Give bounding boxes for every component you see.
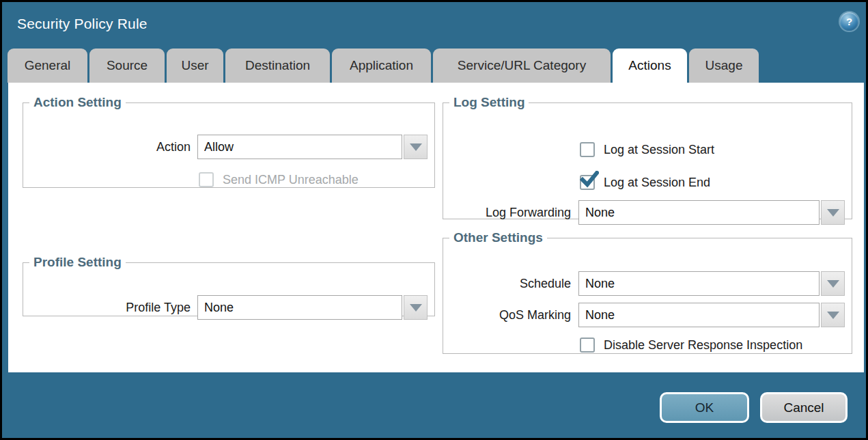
- profile-type-combobox: [197, 295, 428, 320]
- chevron-down-icon: [827, 209, 839, 217]
- chevron-down-icon: [410, 143, 422, 151]
- tab-application[interactable]: Application: [332, 49, 431, 83]
- titlebar: Security Policy Rule ?: [2, 2, 866, 44]
- schedule-label: Schedule: [443, 271, 571, 296]
- action-label: Action: [23, 135, 191, 159]
- tab-general[interactable]: General: [8, 49, 87, 83]
- dsri-row: Disable Server Response Inspection: [580, 337, 802, 353]
- profile-type-input[interactable]: [197, 295, 402, 320]
- chevron-down-icon: [410, 304, 422, 312]
- tab-label: Destination: [245, 58, 310, 73]
- dialog-title: Security Policy Rule: [17, 16, 148, 32]
- log-session-start-label: Log at Session Start: [604, 143, 714, 157]
- qos-marking-dropdown-button[interactable]: [821, 303, 845, 327]
- help-icon[interactable]: ?: [840, 12, 858, 31]
- log-session-start-checkbox[interactable]: [580, 142, 595, 157]
- security-policy-rule-dialog: Security Policy Rule ? General Source Us…: [0, 0, 868, 440]
- schedule-combobox: [578, 271, 845, 296]
- dsri-checkbox[interactable]: [580, 338, 595, 353]
- log-session-end-row: Log at Session End: [580, 174, 710, 191]
- profile-type-dropdown-button[interactable]: [404, 295, 428, 320]
- send-icmp-label: Send ICMP Unreachable: [223, 173, 359, 187]
- action-dropdown-button[interactable]: [404, 135, 428, 159]
- log-session-end-checkbox[interactable]: [580, 175, 595, 190]
- help-glyph: ?: [846, 16, 852, 27]
- other-settings-legend: Other Settings: [449, 230, 547, 245]
- tab-label: Source: [107, 58, 148, 73]
- qos-marking-label: QoS Marking: [443, 303, 571, 327]
- tab-label: Application: [350, 58, 413, 73]
- schedule-input[interactable]: [578, 271, 820, 296]
- log-forwarding-label: Log Forwarding: [443, 200, 571, 225]
- profile-setting-legend: Profile Setting: [29, 255, 126, 270]
- tab-strip: General Source User Destination Applicat…: [8, 49, 759, 83]
- other-settings-fieldset: Other Settings Schedule QoS Marking Disa: [443, 230, 852, 354]
- tab-service-url-category[interactable]: Service/URL Category: [433, 49, 611, 83]
- send-icmp-row: Send ICMP Unreachable: [199, 171, 359, 188]
- action-setting-legend: Action Setting: [29, 95, 126, 110]
- dsri-label: Disable Server Response Inspection: [604, 338, 802, 353]
- log-session-end-label: Log at Session End: [604, 176, 710, 190]
- log-forwarding-combobox: [578, 200, 845, 225]
- qos-marking-input[interactable]: [578, 303, 820, 327]
- tab-source[interactable]: Source: [89, 49, 165, 83]
- tab-actions[interactable]: Actions: [613, 49, 687, 83]
- action-input[interactable]: [197, 135, 402, 159]
- cancel-button[interactable]: Cancel: [760, 392, 848, 423]
- log-setting-fieldset: Log Setting Log at Session Start Log at …: [443, 95, 852, 219]
- log-setting-legend: Log Setting: [449, 95, 529, 110]
- log-session-start-row: Log at Session Start: [580, 141, 714, 158]
- tab-usage[interactable]: Usage: [689, 49, 759, 83]
- tab-label: Usage: [705, 58, 743, 73]
- profile-setting-fieldset: Profile Setting Profile Type: [23, 255, 435, 316]
- tab-label: General: [25, 58, 71, 73]
- tab-user[interactable]: User: [167, 49, 223, 83]
- action-setting-fieldset: Action Setting Action Send ICMP Unreacha…: [23, 95, 435, 188]
- tab-destination[interactable]: Destination: [225, 49, 330, 83]
- tab-label: Actions: [628, 58, 671, 73]
- tab-label: Service/URL Category: [458, 58, 586, 73]
- ok-button[interactable]: OK: [660, 392, 749, 423]
- checkmark-icon: [580, 171, 599, 189]
- log-forwarding-dropdown-button[interactable]: [821, 200, 845, 225]
- schedule-dropdown-button[interactable]: [821, 271, 845, 296]
- chevron-down-icon: [827, 280, 839, 288]
- tab-label: User: [181, 58, 208, 73]
- chevron-down-icon: [827, 312, 839, 319]
- action-combobox: [197, 135, 428, 159]
- send-icmp-checkbox[interactable]: [199, 172, 214, 187]
- profile-type-label: Profile Type: [23, 295, 191, 320]
- content-panel: Action Setting Action Send ICMP Unreacha…: [8, 83, 864, 372]
- qos-marking-combobox: [578, 303, 845, 327]
- log-forwarding-input[interactable]: [578, 200, 820, 225]
